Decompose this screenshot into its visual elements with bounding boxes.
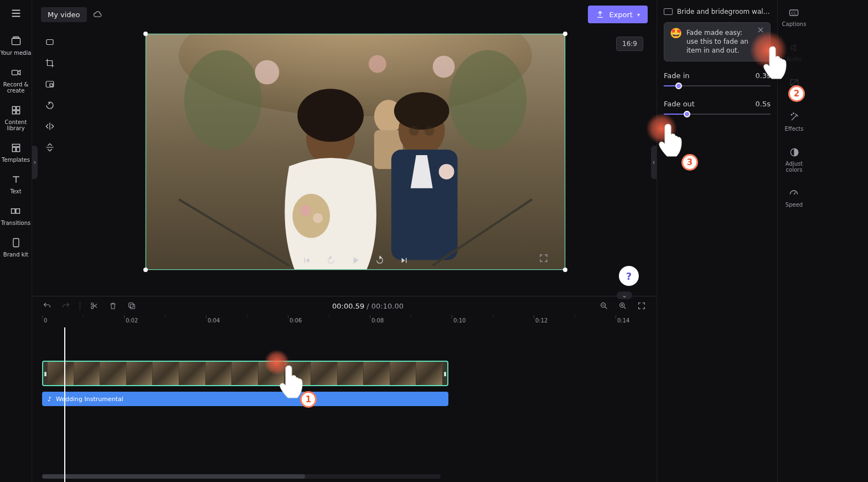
export-label: Export: [609, 11, 633, 19]
expand-right-panel[interactable]: ‹: [651, 146, 657, 179]
nav-label: Brand kit: [3, 252, 28, 258]
nav-templates[interactable]: Templates: [2, 141, 30, 163]
brandkit-icon: [9, 236, 23, 249]
redo-button[interactable]: [61, 301, 71, 311]
nav-label: Text: [10, 188, 21, 194]
resize-handle-tl[interactable]: [143, 32, 148, 36]
clip-title-text: Bride and bridegroom walking t…: [677, 8, 771, 16]
tool-adjust-colors[interactable]: Adjust colors: [778, 146, 810, 173]
svg-rect-5: [12, 70, 18, 75]
fade-out-value: 0.5s: [756, 100, 771, 108]
inspector-panel: Bride and bridegroom walking t… 🤩 Fade m…: [657, 0, 777, 482]
nav-transitions[interactable]: Transitions: [1, 204, 31, 226]
skip-start-button[interactable]: [301, 254, 313, 266]
split-button[interactable]: [89, 301, 99, 311]
tool-label: Fade: [788, 91, 800, 97]
total-time: 00:10.00: [371, 302, 404, 310]
preview-canvas[interactable]: [145, 33, 566, 270]
audio-clip[interactable]: ♪ Wedding Instrumental: [42, 392, 448, 406]
scrollbar-thumb[interactable]: [42, 474, 305, 479]
skip-end-button[interactable]: [398, 254, 410, 266]
resize-handle-tr[interactable]: [563, 32, 567, 36]
timeline-ruler[interactable]: 00:020:040:060:080:100:120:14: [42, 315, 647, 327]
nav-text[interactable]: Text: [9, 173, 23, 194]
transport-controls: [146, 254, 565, 266]
nav-record-create[interactable]: Record & create: [0, 66, 32, 94]
clip-trim-left[interactable]: ▮: [43, 362, 48, 385]
fade-in-slider-knob[interactable]: [675, 83, 682, 89]
fade-out-slider-knob[interactable]: [684, 111, 690, 117]
tool-label: Captions: [782, 21, 807, 27]
timeline-scrollbar[interactable]: [42, 474, 441, 479]
resize-handle-br[interactable]: [563, 268, 567, 272]
svg-line-59: [790, 80, 798, 85]
captions-icon: CC: [788, 7, 800, 19]
tool-captions[interactable]: CC Captions: [782, 7, 807, 27]
svg-rect-46: [129, 303, 133, 307]
project-title[interactable]: My video: [41, 7, 87, 22]
clip-thumbnails: [48, 362, 443, 385]
expand-left-panel[interactable]: ›: [32, 146, 38, 179]
svg-rect-15: [12, 209, 16, 213]
pip-tool[interactable]: [43, 78, 56, 91]
nav-your-media[interactable]: Your media: [1, 34, 32, 56]
svg-line-63: [794, 192, 795, 194]
nav-content-library[interactable]: Content library: [0, 104, 32, 131]
delete-button[interactable]: [108, 301, 118, 311]
tool-audio[interactable]: Audio: [786, 42, 802, 62]
zoom-out-button[interactable]: [599, 301, 609, 311]
play-button[interactable]: [349, 254, 361, 266]
starstruck-emoji-icon: 🤩: [670, 28, 682, 38]
fade-in-value: 0.3s: [756, 71, 771, 80]
fade-out-label: Fade out: [664, 100, 695, 108]
rewind-5s-button[interactable]: [325, 254, 337, 266]
fade-out-slider[interactable]: [664, 110, 771, 118]
flip-v-tool[interactable]: [43, 141, 56, 154]
templates-icon: [9, 141, 23, 155]
zoom-in-button[interactable]: [618, 301, 628, 311]
forward-5s-button[interactable]: [374, 254, 386, 266]
clip-icon: [664, 8, 673, 15]
svg-text:CC: CC: [792, 11, 797, 16]
tool-fade[interactable]: Fade: [788, 76, 800, 97]
tool-speed[interactable]: Speed: [786, 187, 803, 208]
hamburger-menu[interactable]: [9, 7, 23, 20]
zoom-fit-button[interactable]: [637, 301, 647, 311]
nav-label: Transitions: [1, 220, 31, 226]
fade-icon: [788, 76, 800, 89]
crop-tool[interactable]: [43, 57, 56, 70]
playhead[interactable]: [64, 327, 65, 482]
stage-area: › ‹ 16:9: [32, 29, 657, 296]
timeline-panel: 00:00.59 / 00:10.00 00:020:040:060:080:1…: [32, 296, 657, 482]
flip-h-tool[interactable]: [43, 120, 56, 133]
collapse-stage-button[interactable]: ⌄: [617, 291, 632, 299]
current-time: 00:00.59: [332, 302, 364, 310]
effects-icon: [788, 111, 800, 124]
tool-label: Adjust colors: [778, 161, 810, 173]
tool-label: Effects: [785, 126, 804, 132]
aspect-ratio-chip[interactable]: 16:9: [616, 37, 643, 51]
undo-button[interactable]: [42, 301, 52, 311]
svg-rect-3: [12, 38, 20, 45]
close-tip-button[interactable]: [757, 26, 767, 36]
svg-rect-18: [46, 40, 53, 45]
timeline-toolbar: 00:00.59 / 00:10.00: [32, 296, 657, 315]
video-clip[interactable]: ▮ ▮: [42, 361, 448, 386]
tool-effects[interactable]: Effects: [785, 111, 804, 132]
clip-trim-right[interactable]: ▮: [443, 362, 447, 385]
chevron-down-icon: ▾: [637, 12, 640, 18]
rotate-tool[interactable]: [43, 99, 56, 112]
export-button[interactable]: Export ▾: [588, 6, 648, 23]
duplicate-button[interactable]: [127, 301, 137, 311]
fit-tool[interactable]: [43, 35, 56, 49]
help-button[interactable]: ?: [619, 266, 639, 286]
fade-in-slider[interactable]: [664, 82, 771, 90]
fullscreen-button[interactable]: [539, 253, 550, 264]
resize-handle-bl[interactable]: [143, 268, 148, 272]
nav-brand-kit[interactable]: Brand kit: [3, 236, 28, 258]
svg-rect-10: [12, 144, 19, 146]
fade-tip-card: 🤩 Fade made easy: use this to fade an it…: [664, 22, 771, 61]
cloud-sync-icon[interactable]: [92, 9, 104, 20]
library-icon: [9, 104, 23, 117]
text-icon: [9, 173, 23, 186]
